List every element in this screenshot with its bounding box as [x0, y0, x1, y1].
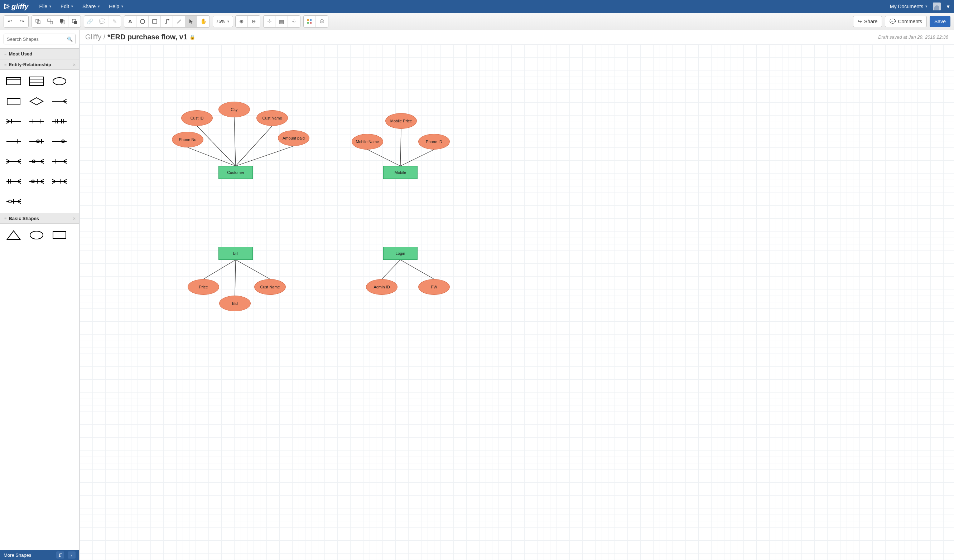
section-most-used[interactable]: ≡Most Used: [0, 48, 79, 59]
shape-conn-zero[interactable]: [50, 133, 70, 150]
entity-bill[interactable]: Bill: [218, 247, 253, 260]
search-input[interactable]: [7, 36, 67, 42]
comments-button[interactable]: 💬Comments: [885, 16, 927, 27]
svg-line-11: [177, 20, 181, 23]
grid-button[interactable]: ▦: [276, 16, 288, 27]
shape-entity-rows[interactable]: [26, 73, 47, 90]
attribute-node[interactable]: Mobile Name: [352, 134, 383, 149]
attribute-node[interactable]: Cust Name: [256, 110, 288, 126]
breadcrumb[interactable]: Gliffy /: [85, 33, 105, 41]
canvas-header: Gliffy / *ERD purchase flow, v1 🔒 Draft …: [80, 30, 954, 44]
line-tool[interactable]: [173, 16, 185, 27]
shape-ellipse[interactable]: [26, 227, 47, 244]
history-group: ↶ ↷: [3, 16, 29, 28]
view-group: [303, 16, 328, 28]
attribute-node[interactable]: Phone No: [172, 132, 203, 148]
svg-rect-15: [310, 19, 312, 21]
arrange-group: [31, 16, 81, 28]
menu-help[interactable]: Help▼: [109, 3, 124, 9]
shape-triangle[interactable]: [3, 227, 23, 244]
shape-conn-one-many-r[interactable]: [50, 153, 70, 170]
shape-conn-many[interactable]: [50, 93, 70, 110]
save-button[interactable]: Save: [930, 16, 951, 27]
attribute-node[interactable]: City: [218, 102, 250, 117]
user-menu-caret[interactable]: ▼: [946, 4, 951, 9]
shape-conn-zero-many-l[interactable]: [26, 153, 47, 170]
sidebar-split-icon[interactable]: ⇵: [56, 551, 64, 558]
more-shapes-link[interactable]: More Shapes: [3, 552, 31, 558]
sidebar-footer: More Shapes ⇵ ‹: [0, 550, 79, 560]
attribute-node[interactable]: Amount paid: [278, 130, 309, 146]
brand-logo[interactable]: gliffy: [3, 3, 28, 11]
search-shapes[interactable]: 🔍: [3, 34, 76, 44]
guide-button[interactable]: [288, 16, 300, 27]
shape-weak-entity[interactable]: [3, 93, 23, 110]
close-icon[interactable]: ×: [73, 216, 76, 221]
connector-tool[interactable]: [161, 16, 173, 27]
zoom-in-button[interactable]: ⊕: [235, 16, 248, 27]
shape-conn-one[interactable]: [3, 133, 23, 150]
attribute-node[interactable]: Price: [188, 279, 219, 295]
shape-entity[interactable]: [3, 73, 23, 90]
svg-line-72: [382, 260, 401, 279]
attribute-node[interactable]: PW: [418, 279, 450, 295]
menu-edit[interactable]: Edit▼: [61, 3, 74, 9]
canvas[interactable]: CustomerMobileBillLoginPhone NoCust IDCi…: [80, 44, 954, 560]
bring-front-button[interactable]: [56, 16, 69, 27]
close-icon[interactable]: ×: [73, 62, 76, 67]
pointer-tool[interactable]: [185, 16, 197, 27]
redo-button[interactable]: ↷: [16, 16, 28, 27]
text-tool[interactable]: A: [124, 16, 136, 27]
shape-conn-many-many[interactable]: [3, 153, 23, 170]
send-back-button[interactable]: [69, 16, 81, 27]
svg-point-10: [168, 19, 169, 20]
shape-conn-double[interactable]: [50, 113, 70, 130]
ungroup-button[interactable]: [44, 16, 56, 27]
undo-button[interactable]: ↶: [4, 16, 16, 27]
shape-conn-one-many-l[interactable]: [3, 113, 23, 130]
attribute-node[interactable]: Cust Name: [254, 279, 286, 295]
shape-conn-zero-many-bar[interactable]: [26, 173, 47, 190]
sidebar-collapse-icon[interactable]: ‹: [68, 551, 76, 558]
svg-rect-16: [307, 22, 309, 23]
ellipse-tool[interactable]: [136, 16, 149, 27]
attribute-node[interactable]: Mobile Price: [385, 113, 417, 129]
zoom-out-button[interactable]: ⊖: [248, 16, 260, 27]
entity-login[interactable]: Login: [383, 247, 418, 260]
menu-share[interactable]: Share▼: [83, 3, 100, 9]
user-avatar[interactable]: [933, 3, 941, 10]
svg-line-62: [197, 126, 235, 166]
theme-button[interactable]: [304, 16, 316, 27]
entity-mobile[interactable]: Mobile: [383, 166, 418, 179]
popup-button: ✎: [109, 16, 121, 27]
svg-point-23: [53, 78, 66, 85]
attribute-node[interactable]: Admin ID: [366, 279, 398, 295]
pan-tool[interactable]: ✋: [197, 16, 209, 27]
group-button[interactable]: [32, 16, 44, 27]
section-basic-shapes[interactable]: ≡Basic Shapes×: [0, 213, 79, 224]
shape-conn-zero-one[interactable]: [26, 133, 47, 150]
share-button[interactable]: ↪Share: [853, 16, 882, 27]
shape-rect[interactable]: [50, 227, 70, 244]
shape-conn-dbl-many[interactable]: [3, 173, 23, 190]
layers-button[interactable]: [316, 16, 328, 27]
zoom-select[interactable]: 75%▼: [213, 16, 233, 27]
shape-conn-zero-many-single[interactable]: [3, 193, 23, 210]
shape-relationship[interactable]: [26, 93, 47, 110]
menu-file[interactable]: File▼: [39, 3, 51, 9]
shape-conn-one-one[interactable]: [26, 113, 47, 130]
shape-conn-many-bar[interactable]: [50, 173, 70, 190]
attribute-node[interactable]: Bid: [219, 296, 251, 311]
rect-tool[interactable]: [149, 16, 161, 27]
entity-customer[interactable]: Customer: [218, 166, 253, 179]
shape-attribute[interactable]: [50, 73, 70, 90]
svg-line-61: [188, 148, 235, 166]
document-title[interactable]: *ERD purchase flow, v1: [108, 33, 187, 41]
attribute-node[interactable]: Phone ID: [418, 134, 450, 149]
attribute-node[interactable]: Cust ID: [181, 110, 213, 126]
my-documents-link[interactable]: My Documents▼: [890, 3, 928, 9]
section-entity-relationship[interactable]: ≡Entity-Relationship×: [0, 59, 79, 70]
er-shapes: [0, 70, 79, 213]
svg-line-64: [235, 126, 272, 166]
share-icon: ↪: [858, 19, 862, 24]
